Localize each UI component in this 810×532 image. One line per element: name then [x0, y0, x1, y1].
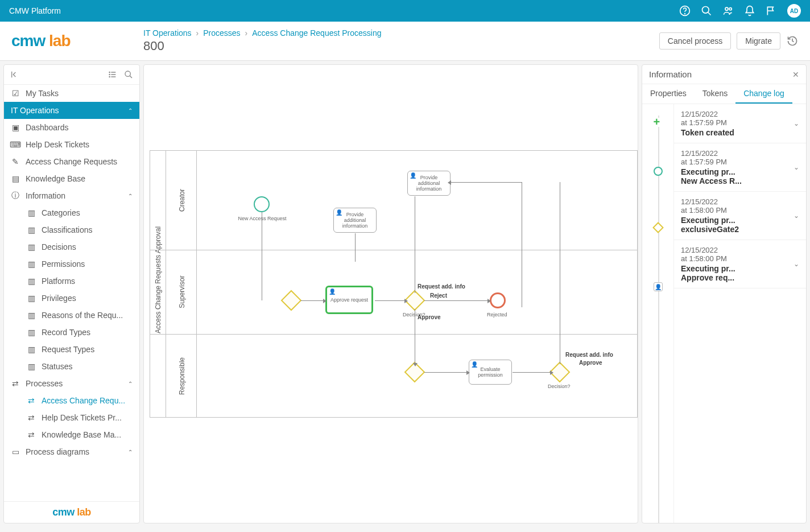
task-evaluate[interactable]: 👤Evaluate permission [469, 360, 512, 385]
user-icon: 👤 [654, 282, 663, 291]
task-approve-request[interactable]: 👤Approve request [325, 286, 373, 314]
nav-label: Help Desk Tickets Pr... [42, 413, 133, 422]
diagram-canvas[interactable]: Access Change Requests Approval Creator … [143, 64, 638, 523]
nav-label: Classifications [42, 225, 133, 234]
svg-point-1 [685, 14, 685, 14]
chevron-up-icon: ⌃ [128, 381, 133, 387]
log-event[interactable]: 12/15/2022 at 1:57:59 PM Executing pr...… [674, 143, 806, 192]
svg-point-13 [125, 71, 130, 76]
book-icon: ▤ [11, 174, 20, 183]
tab-tokens[interactable]: Tokens [695, 84, 735, 104]
nav-dashboards[interactable]: ▣Dashboards [4, 119, 139, 136]
edge-req-add: Request add. info [418, 283, 465, 290]
log-date: 12/15/2022 [681, 149, 789, 158]
nav-categories[interactable]: ▥Categories [18, 204, 139, 221]
chevron-down-icon[interactable]: ⌄ [794, 119, 799, 127]
process-icon: ⇄ [11, 379, 20, 388]
user-icon: 👤 [410, 172, 415, 178]
breadcrumb-item[interactable]: Processes [203, 28, 240, 38]
chevron-down-icon[interactable]: ⌄ [794, 163, 799, 171]
chevron-up-icon: ⌃ [128, 108, 133, 114]
nav-kb-process[interactable]: ⇄Knowledge Base Ma... [18, 426, 139, 443]
start-event[interactable] [254, 196, 270, 212]
migrate-button[interactable]: Migrate [737, 32, 780, 50]
logo[interactable]: cmw lab [11, 32, 127, 50]
tab-changelog[interactable]: Change log [735, 84, 792, 104]
decision-label-2: Decision? [548, 383, 571, 389]
cancel-process-button[interactable]: Cancel process [659, 32, 732, 50]
lane-label: Supervisor [178, 263, 186, 320]
nav-reasons[interactable]: ▥Reasons of the Requ... [18, 307, 139, 324]
bell-icon[interactable] [744, 5, 755, 17]
log-event[interactable]: 12/15/2022 at 1:57:59 PM Token created ⌄ [674, 104, 806, 143]
nav-access-change-process[interactable]: ⇄Access Change Requ... [18, 392, 139, 409]
nav-processes[interactable]: ⇄Processes⌃ [4, 375, 139, 392]
tab-properties[interactable]: Properties [642, 84, 695, 104]
rejected-label: Rejected [487, 312, 507, 317]
search-icon[interactable] [701, 5, 712, 17]
svg-point-10 [109, 72, 110, 72]
nav-request-types[interactable]: ▥Request Types [18, 341, 139, 358]
history-icon[interactable] [786, 35, 799, 47]
nav-label: Information [26, 191, 122, 200]
main-layout: ☑ My Tasks IT Operations ⌃ ▣Dashboards ⌨… [0, 61, 810, 527]
nav-information[interactable]: ⓘInformation⌃ [4, 187, 139, 204]
search-icon[interactable] [122, 68, 135, 81]
lane-supervisor: Supervisor 👤Approve request Decision? Re… [150, 250, 637, 335]
nav-platforms[interactable]: ▥Platforms [18, 273, 139, 290]
lane-label: Responsible [178, 348, 186, 405]
nav-label: Access Change Requ... [42, 396, 133, 405]
nav-helpdesk[interactable]: ⌨Help Desk Tickets [4, 136, 139, 153]
close-icon[interactable]: ✕ [792, 70, 799, 79]
gateway-1[interactable] [281, 290, 302, 311]
chevron-down-icon[interactable]: ⌄ [794, 260, 799, 268]
chevron-down-icon[interactable]: ⌄ [794, 212, 799, 220]
log-time: at 1:57:59 PM [681, 118, 789, 127]
flag-icon[interactable] [766, 5, 777, 17]
log-date: 12/15/2022 [681, 246, 789, 254]
nav-record-types[interactable]: ▥Record Types [18, 324, 139, 341]
users-icon[interactable] [722, 5, 734, 17]
nav-label: Categories [42, 208, 133, 217]
lane-header: Responsible [166, 335, 197, 417]
top-bar-actions: AD [679, 4, 801, 18]
task-provide-info-2[interactable]: 👤Provide additional information [333, 208, 377, 233]
nav-decisions[interactable]: ▥Decisions [18, 238, 139, 255]
nav-label: IT Operations [11, 106, 122, 115]
nav-statuses[interactable]: ▥Statuses [18, 358, 139, 375]
nav-knowledge[interactable]: ▤Knowledge Base [4, 170, 139, 187]
user-avatar[interactable]: AD [787, 4, 801, 18]
ticket-icon: ⌨ [11, 140, 20, 149]
list-icon[interactable] [106, 68, 119, 81]
nav-label: Knowledge Base Ma... [42, 430, 133, 439]
nav-privileges[interactable]: ▥Privileges [18, 290, 139, 307]
breadcrumb-block: IT Operations › Processes › Access Chang… [143, 28, 659, 53]
nav-process-diagrams[interactable]: ▭Process diagrams⌃ [4, 443, 139, 460]
breadcrumb-item[interactable]: Access Change Request Processing [252, 28, 381, 38]
task-text: Approve request [330, 297, 368, 303]
log-event[interactable]: 12/15/2022 at 1:58:00 PM Executing pr...… [674, 240, 806, 288]
nav-classifications[interactable]: ▥Classifications [18, 221, 139, 238]
dashboard-icon: ▣ [11, 123, 20, 132]
log-sub: New Access R... [681, 176, 789, 185]
log-event[interactable]: 12/15/2022 at 1:58:00 PM Executing pr...… [674, 192, 806, 240]
nav-my-tasks[interactable]: ☑ My Tasks [4, 85, 139, 102]
nav-access-requests[interactable]: ✎Access Change Requests [4, 153, 139, 170]
lane-label: Creator [178, 172, 186, 229]
nav-it-operations[interactable]: IT Operations ⌃ [4, 102, 139, 119]
task-provide-info-1[interactable]: 👤Provide additional information [407, 171, 451, 196]
help-icon[interactable] [679, 5, 691, 17]
nav-permissions[interactable]: ▥Permissions [18, 255, 139, 273]
breadcrumb-item[interactable]: IT Operations [143, 28, 192, 38]
log-title: Executing pr... [681, 216, 789, 225]
list-icon: ▥ [27, 225, 36, 234]
end-event-rejected[interactable] [490, 292, 506, 308]
chevron-up-icon: ⌃ [128, 193, 133, 199]
nav-helpdesk-process[interactable]: ⇄Help Desk Tickets Pr... [18, 409, 139, 426]
changelog: + 👤 12/15/2022 at 1:57:59 PM Token creat… [642, 104, 806, 523]
events-list: 12/15/2022 at 1:57:59 PM Token created ⌄… [674, 104, 806, 523]
svg-point-4 [725, 7, 728, 10]
collapse-icon[interactable] [9, 68, 21, 81]
list-icon: ▥ [27, 311, 36, 320]
timeline-line [658, 116, 659, 523]
